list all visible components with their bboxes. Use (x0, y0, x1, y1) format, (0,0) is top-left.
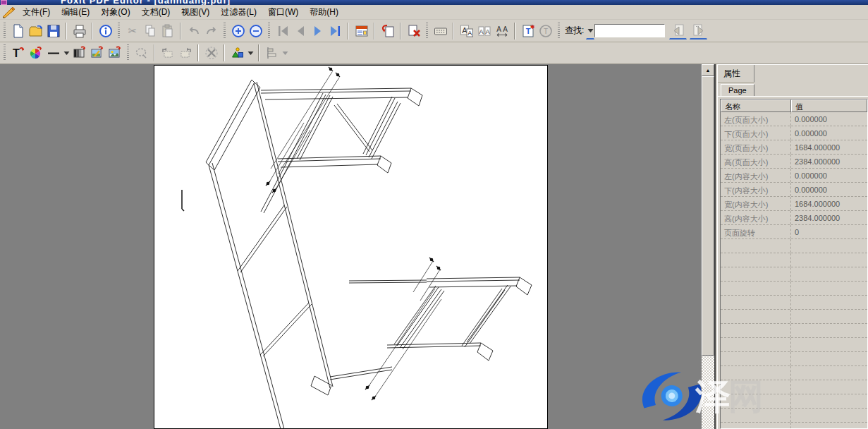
menu-item-1[interactable]: 编辑(E) (56, 5, 95, 20)
previous-page-button[interactable] (291, 22, 309, 40)
zoom-out-icon (248, 23, 264, 39)
copy-button[interactable] (141, 22, 159, 40)
edit-image-button[interactable] (88, 44, 106, 62)
property-row-6[interactable]: 宽(内容大小)1684.000000 (721, 197, 867, 211)
property-row-empty (721, 380, 867, 394)
delete-page-button[interactable] (405, 22, 422, 40)
zoom-out-button[interactable] (247, 22, 264, 40)
font-compare-icon: AA (477, 23, 492, 39)
text-circle-icon: T (538, 23, 554, 39)
property-row-0[interactable]: 左(页面大小)0.000000 (721, 112, 867, 126)
rotate-left-button[interactable] (159, 44, 176, 62)
select-object-button[interactable] (133, 44, 150, 62)
document-canvas[interactable] (0, 64, 702, 429)
first-page-button[interactable] (274, 22, 291, 40)
find-next-button[interactable] (690, 22, 707, 40)
property-row-2[interactable]: 宽(页面大小)1684.000000 (721, 140, 867, 155)
next-page-button[interactable] (309, 22, 326, 40)
property-row-empty (721, 239, 867, 253)
property-row-4[interactable]: 左(内容大小)0.000000 (721, 169, 867, 183)
menu-item-7[interactable]: 帮助(H) (304, 5, 344, 20)
zoom-in-icon (231, 23, 246, 39)
add-shading-button[interactable] (71, 44, 88, 62)
add-line-button[interactable] (44, 44, 62, 62)
shape-options-dropdown[interactable] (246, 44, 255, 62)
last-page-button[interactable] (326, 22, 344, 40)
property-name: 下(页面大小) (721, 126, 791, 140)
add-shape-button[interactable] (228, 44, 246, 62)
print-button[interactable] (71, 22, 88, 40)
property-row-1[interactable]: 下(页面大小)0.000000 (721, 126, 867, 140)
scissors-icon: ✂ (125, 23, 140, 39)
property-row-empty (721, 394, 867, 409)
document-info-button[interactable] (97, 22, 114, 40)
font-style-button[interactable]: AA (458, 22, 475, 40)
redo-button[interactable] (202, 22, 220, 40)
undo-button[interactable] (185, 22, 202, 40)
toolbar-drag-handle[interactable] (127, 44, 129, 61)
font-compare-button[interactable]: AA (475, 22, 493, 40)
scroll-up-button[interactable]: ▲ (702, 64, 714, 76)
property-value (791, 409, 867, 422)
property-row-5[interactable]: 下(内容大小)0.000000 (721, 183, 867, 197)
find-options-dropdown[interactable] (586, 22, 594, 40)
menu-item-4[interactable]: 视图(V) (176, 5, 215, 20)
zoom-in-button[interactable] (229, 22, 247, 40)
property-value (791, 296, 867, 309)
toolbar-drag-handle[interactable] (118, 23, 120, 40)
property-name: 左(页面大小) (721, 112, 791, 126)
open-button[interactable] (27, 22, 44, 40)
menu-item-3[interactable]: 文档(D) (136, 5, 176, 20)
new-document-button[interactable] (9, 22, 27, 40)
paste-button[interactable] (159, 22, 176, 40)
property-row-empty (721, 366, 867, 380)
tab-page[interactable]: Page (721, 84, 754, 97)
property-value (791, 310, 867, 323)
save-button[interactable] (44, 22, 62, 40)
property-row-empty (721, 296, 867, 310)
delete-object-button[interactable] (202, 44, 220, 62)
property-value: 0.000000 (791, 169, 867, 182)
page-layout-button[interactable] (353, 22, 370, 40)
property-row-empty (721, 324, 867, 338)
rotate-right-button[interactable] (176, 44, 194, 62)
toolbar-drag-handle[interactable] (4, 44, 6, 61)
svg-text:A: A (485, 28, 489, 35)
find-previous-button[interactable] (669, 22, 687, 40)
property-value (791, 324, 867, 337)
undo-arrow-icon (186, 23, 202, 39)
toolbar-separator (258, 44, 259, 61)
add-image-button[interactable] (106, 44, 123, 62)
add-color-button[interactable] (27, 44, 44, 62)
toolbar-drag-handle[interactable] (4, 23, 6, 40)
font-spacing-button[interactable]: AA (493, 22, 511, 40)
menu-item-6[interactable]: 窗口(W) (262, 5, 304, 20)
menu-item-5[interactable]: 过滤器(L) (215, 5, 262, 20)
property-row-7[interactable]: 高(内容大小)2384.000000 (721, 211, 867, 225)
cut-button[interactable]: ✂ (123, 22, 141, 40)
line-options-dropdown[interactable] (62, 44, 71, 62)
menu-item-2[interactable]: 对象(O) (95, 5, 135, 20)
toolbar-drag-handle[interactable] (426, 23, 428, 40)
soft-keyboard-button[interactable] (432, 22, 449, 40)
property-row-8[interactable]: 页面旋转0 (721, 225, 867, 239)
scrollbar-thumb[interactable] (702, 76, 714, 356)
align-objects-button[interactable] (263, 44, 281, 62)
pdf-page[interactable] (154, 65, 548, 429)
chevron-down-icon (282, 51, 288, 56)
menu-item-0[interactable]: 文件(F) (17, 5, 56, 20)
toolbar-drag-handle[interactable] (224, 23, 226, 40)
find-input[interactable] (594, 24, 665, 37)
property-row-3[interactable]: 高(页面大小)2384.000000 (721, 155, 867, 169)
text-tool-button[interactable]: T (537, 22, 554, 40)
vertical-scrollbar[interactable]: ▲ (702, 64, 714, 429)
toolbar-drag-handle[interactable] (268, 23, 270, 40)
property-name: 高(内容大小) (721, 211, 791, 224)
delete-page-icon (406, 23, 422, 39)
align-options-dropdown[interactable] (281, 44, 289, 62)
toolbar-drag-handle[interactable] (558, 23, 560, 40)
image-icon (107, 45, 123, 61)
add-text-button[interactable]: T (9, 44, 27, 62)
add-text-object-button[interactable]: T✱ (519, 22, 537, 40)
import-page-button[interactable] (379, 22, 396, 40)
